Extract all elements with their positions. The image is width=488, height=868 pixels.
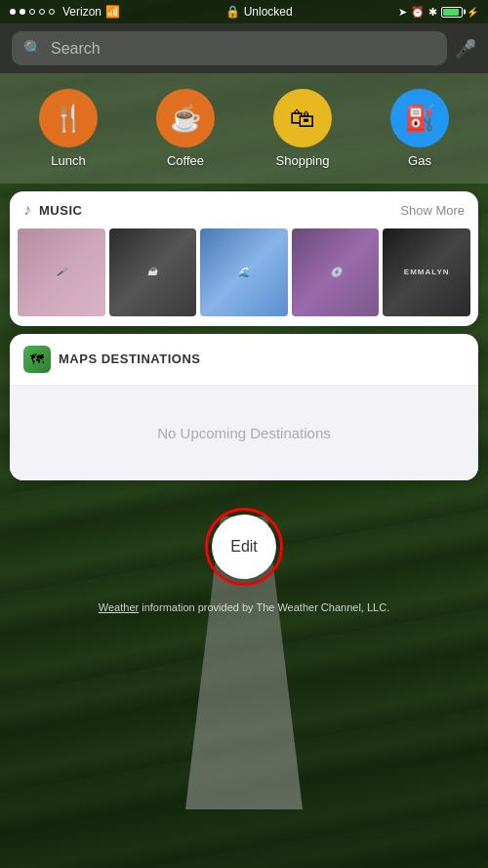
album-art-4[interactable]: 💿: [292, 228, 380, 316]
album-row: 🎤 🏔 🌊 💿 EMMALYN: [10, 228, 478, 326]
microphone-icon[interactable]: 🎤: [455, 38, 476, 60]
quick-action-coffee[interactable]: ☕ Coffee: [156, 89, 215, 168]
charging-icon: ⚡: [467, 7, 478, 18]
music-note-icon: ♪: [23, 201, 31, 219]
maps-section-title: MAPS DESTINATIONS: [59, 351, 201, 366]
bluetooth-icon: ✱: [428, 6, 437, 19]
lunch-icon: 🍴: [53, 103, 84, 134]
gas-icon: ⛽: [404, 103, 435, 134]
lunch-label: Lunch: [51, 153, 85, 168]
battery-fill: [443, 9, 459, 16]
search-bar: 🔍 🎤: [0, 23, 488, 73]
shopping-circle: 🛍: [273, 89, 332, 147]
search-input[interactable]: [51, 40, 435, 58]
music-title-group: ♪ MUSIC: [23, 201, 82, 219]
signal-dot-2: [20, 9, 25, 15]
quick-action-lunch[interactable]: 🍴 Lunch: [39, 89, 98, 168]
signal-dot-3: [29, 9, 35, 15]
shopping-icon: 🛍: [290, 103, 315, 134]
weather-footer: Weather information provided by The Weat…: [0, 596, 488, 619]
signal-dot-4: [39, 9, 45, 15]
quick-actions-row: 🍴 Lunch ☕ Coffee 🛍 Shopping ⛽ Gas: [0, 73, 488, 184]
album-3-overlay: 🌊: [200, 228, 288, 316]
lock-icon: 🔒: [225, 5, 240, 19]
album-5-overlay: EMMALYN: [383, 228, 470, 316]
coffee-circle: ☕: [156, 89, 215, 147]
maps-app-icon: 🗺: [23, 346, 51, 373]
edit-button[interactable]: Edit: [212, 515, 276, 579]
edit-container: Edit: [0, 488, 488, 596]
gas-label: Gas: [408, 153, 431, 168]
album-art-1[interactable]: 🎤: [18, 228, 105, 316]
music-section-title: MUSIC: [39, 203, 82, 218]
album-1-overlay: 🎤: [18, 228, 105, 316]
location-icon: ➤: [398, 6, 407, 19]
search-icon: 🔍: [23, 39, 43, 58]
maps-card: 🗺 MAPS DESTINATIONS No Upcoming Destinat…: [10, 334, 478, 480]
signal-dot-5: [49, 9, 55, 15]
shopping-label: Shopping: [276, 153, 330, 168]
album-2-overlay: 🏔: [109, 228, 197, 316]
coffee-label: Coffee: [167, 153, 204, 168]
maps-empty-state: No Upcoming Destinations: [10, 386, 478, 480]
music-card: ♪ MUSIC Show More 🎤 🏔 🌊 💿 E: [10, 191, 478, 326]
album-4-overlay: 💿: [292, 228, 380, 316]
lock-label: Unlocked: [244, 5, 293, 19]
alarm-icon: ⏰: [411, 6, 425, 19]
coffee-icon: ☕: [170, 103, 201, 134]
quick-action-shopping[interactable]: 🛍 Shopping: [273, 89, 332, 168]
quick-action-gas[interactable]: ⛽ Gas: [390, 89, 449, 168]
signal-dot-1: [10, 9, 16, 15]
weather-link[interactable]: Weather: [99, 601, 139, 613]
search-input-wrapper[interactable]: 🔍: [12, 31, 447, 65]
show-more-button[interactable]: Show More: [400, 203, 465, 218]
gas-circle: ⛽: [390, 89, 449, 147]
edit-ring: Edit: [205, 508, 283, 586]
maps-card-header: 🗺 MAPS DESTINATIONS: [10, 334, 478, 386]
maps-empty-message: No Upcoming Destinations: [157, 425, 331, 441]
album-art-3[interactable]: 🌊: [200, 228, 288, 316]
album-art-2[interactable]: 🏔: [109, 228, 197, 316]
album-art-5[interactable]: EMMALYN: [383, 228, 470, 316]
wifi-icon: 📶: [105, 5, 120, 19]
maps-icon: 🗺: [30, 351, 44, 367]
status-bar: Verizon 📶 🔒 Unlocked ➤ ⏰ ✱ ⚡: [0, 0, 488, 23]
weather-footer-text: information provided by The Weather Chan…: [139, 601, 389, 613]
carrier-label: Verizon: [62, 5, 102, 19]
status-left: Verizon 📶: [10, 5, 120, 19]
lunch-circle: 🍴: [39, 89, 98, 147]
status-center: 🔒 Unlocked: [225, 5, 292, 19]
status-right: ➤ ⏰ ✱ ⚡: [398, 6, 478, 19]
battery-icon: [441, 7, 463, 18]
music-card-header: ♪ MUSIC Show More: [10, 191, 478, 228]
